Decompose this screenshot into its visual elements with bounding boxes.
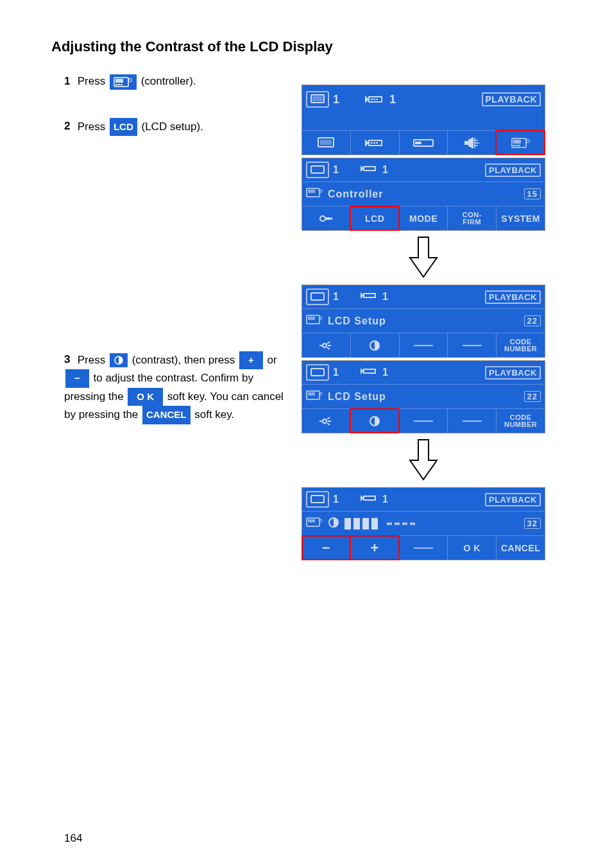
monitor-icon	[306, 288, 329, 305]
softkey-controller[interactable]	[496, 131, 545, 154]
monitor-icon	[306, 491, 329, 508]
lcd-panel-main: 1 1 PLAYBACK	[302, 85, 545, 155]
softkey-confirm[interactable]: CON-FIRM	[447, 206, 496, 230]
svg-rect-36	[308, 190, 315, 193]
softkey-camera[interactable]	[350, 131, 399, 154]
svg-rect-30	[518, 145, 520, 146]
softkey-codenumber[interactable]: CODENUMBER	[496, 409, 545, 433]
softkey-monitor[interactable]	[302, 131, 350, 154]
step-num: 2	[64, 118, 74, 135]
camera-num: 1	[382, 494, 388, 505]
panel-code: 32	[524, 518, 541, 529]
controller-icon-small	[306, 187, 323, 201]
svg-rect-12	[373, 99, 375, 100]
softkey-mode[interactable]: MODE	[399, 206, 448, 230]
svg-rect-70	[308, 519, 315, 522]
svg-rect-58	[308, 392, 315, 396]
panel-title: LCD Setup	[328, 315, 386, 327]
ok-softkey-inline: O K	[128, 388, 163, 406]
svg-rect-27	[513, 140, 521, 144]
lcd-panel-lcdsetup-1: 1 1 PLAYBACK LCD Setup 22 CODENUMBER	[302, 285, 545, 358]
step-3-text-or: or	[268, 353, 277, 365]
svg-line-64	[327, 423, 330, 425]
softkey-codenumber[interactable]: CODENUMBER	[496, 333, 545, 357]
camera-num: 1	[389, 93, 396, 106]
svg-rect-18	[371, 142, 373, 144]
lcd-softkey-inline: LCD	[110, 118, 137, 137]
panel-title: LCD Setup	[328, 391, 386, 403]
arrow-down-icon	[302, 236, 545, 280]
svg-rect-19	[373, 142, 375, 144]
camera-icon	[359, 493, 378, 506]
svg-line-52	[327, 347, 330, 349]
svg-rect-3	[118, 84, 120, 85]
camera-icon	[359, 290, 378, 303]
softkey-empty-1	[399, 333, 448, 357]
playback-badge: PLAYBACK	[485, 366, 541, 380]
playback-badge: PLAYBACK	[485, 493, 541, 506]
softkey-lcd[interactable]: LCD	[350, 206, 399, 230]
softkey-contrast[interactable]	[350, 333, 399, 357]
softkey-lock[interactable]	[302, 206, 350, 230]
softkey-minus[interactable]: −	[302, 536, 350, 560]
lcd-panel-lcdsetup-2: 1 1 PLAYBACK LCD Setup 22 CODENUMBER	[302, 360, 545, 433]
softkey-empty-2	[447, 409, 496, 433]
monitor-icon	[306, 364, 329, 381]
playback-badge: PLAYBACK	[485, 290, 541, 304]
contrast-level-bar	[344, 518, 415, 530]
minus-softkey-inline: −	[65, 369, 89, 388]
softkey-brightness[interactable]	[302, 409, 350, 433]
panel-title: Controller	[328, 188, 383, 200]
step-3-text-1: Press	[78, 353, 108, 365]
svg-rect-54	[311, 369, 324, 376]
cancel-softkey-inline: CANCEL	[142, 406, 191, 424]
panel-code: 15	[524, 188, 541, 199]
svg-rect-56	[364, 369, 375, 373]
step-2-text-pre: Press	[78, 120, 108, 132]
svg-rect-44	[364, 294, 375, 297]
step-3-text-2: (contrast), then press	[132, 353, 238, 365]
softkey-empty-2	[447, 333, 496, 357]
svg-rect-22	[415, 142, 421, 144]
svg-rect-66	[311, 496, 324, 503]
softkey-plus[interactable]: +	[350, 536, 399, 560]
svg-marker-24	[468, 137, 473, 149]
panel-code: 22	[524, 391, 541, 402]
softkey-brightness[interactable]	[302, 333, 350, 357]
monitor-num: 1	[333, 494, 339, 505]
svg-rect-13	[376, 99, 378, 100]
monitor-num: 1	[333, 291, 339, 303]
svg-rect-23	[464, 141, 468, 145]
lcd-panel-controller: 1 1 PLAYBACK Controller 15 LCD MODE CON-…	[302, 158, 545, 231]
softkey-ok[interactable]: O K	[447, 536, 496, 560]
camera-icon	[359, 366, 378, 379]
controller-icon-small	[306, 314, 323, 328]
camera-num: 1	[382, 367, 388, 378]
svg-rect-1	[115, 79, 123, 83]
step-num: 1	[64, 73, 74, 90]
svg-line-50	[327, 342, 330, 344]
playback-badge: PLAYBACK	[482, 92, 541, 106]
controller-icon	[110, 74, 137, 90]
softkey-system[interactable]: SYSTEM	[496, 206, 545, 230]
contrast-icon-inline	[110, 353, 128, 367]
step-1-text-post: (controller).	[141, 75, 196, 87]
svg-point-61	[323, 419, 327, 423]
controller-icon-small	[306, 517, 323, 531]
svg-point-31	[526, 139, 529, 142]
softkey-recorder[interactable]	[399, 131, 448, 154]
svg-rect-46	[308, 317, 315, 320]
softkey-contrast[interactable]	[350, 409, 399, 433]
svg-rect-2	[115, 84, 117, 85]
svg-rect-20	[376, 142, 378, 144]
softkey-audio[interactable]	[447, 131, 496, 154]
arrow-down-icon	[302, 438, 545, 482]
svg-rect-11	[371, 99, 373, 100]
monitor-num: 1	[333, 164, 339, 176]
svg-rect-40	[330, 216, 331, 218]
softkey-cancel[interactable]: CANCEL	[496, 536, 545, 560]
svg-rect-29	[516, 145, 518, 146]
step-2-text-post: (LCD setup).	[141, 120, 203, 132]
page-number: 164	[64, 832, 82, 845]
monitor-num: 1	[333, 93, 339, 106]
